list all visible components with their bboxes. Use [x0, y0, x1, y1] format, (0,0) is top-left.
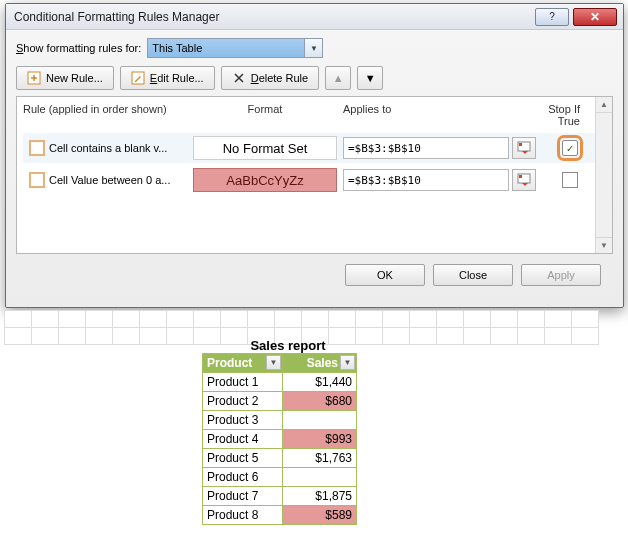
scope-select[interactable]: This Table ▼ [147, 38, 323, 58]
col-sales[interactable]: Sales ▼ [283, 354, 357, 373]
cell-product[interactable]: Product 7 [203, 487, 283, 506]
help-button[interactable]: ? [535, 8, 569, 26]
table-row[interactable]: Product 6 [203, 468, 357, 487]
cell[interactable] [275, 311, 302, 328]
cell[interactable] [5, 311, 32, 328]
range-picker-button[interactable] [512, 169, 536, 191]
cell-sales[interactable]: $1,763 [283, 449, 357, 468]
close-button[interactable]: Close [433, 264, 513, 286]
titlebar[interactable]: Conditional Formatting Rules Manager ? ✕ [6, 4, 623, 30]
stop-if-true-checkbox[interactable] [562, 172, 578, 188]
cell-product[interactable]: Product 6 [203, 468, 283, 487]
cell[interactable] [140, 311, 167, 328]
cell[interactable] [248, 311, 275, 328]
show-for-label: SShow formatting rules for:how formattin… [16, 42, 141, 54]
cell[interactable] [491, 311, 518, 328]
cell[interactable] [545, 328, 572, 345]
cell[interactable] [59, 311, 86, 328]
cell[interactable] [464, 328, 491, 345]
rule-icon [29, 140, 45, 156]
delete-rule-button[interactable]: Delete Rule Delete Rule [221, 66, 320, 90]
move-down-button[interactable]: ▼ [357, 66, 383, 90]
ok-button[interactable]: OK [345, 264, 425, 286]
cell[interactable] [167, 311, 194, 328]
svg-rect-5 [519, 175, 522, 178]
arrow-up-icon: ▲ [333, 72, 344, 84]
edit-rule-button[interactable]: Edit Rule... Edit Rule... [120, 66, 215, 90]
cell[interactable] [32, 311, 59, 328]
applies-to-input[interactable] [343, 169, 509, 191]
arrow-down-icon: ▼ [365, 72, 376, 84]
cell-sales[interactable] [283, 468, 357, 487]
sales-report: Sales report Product ▼ Sales ▼ Product 1… [202, 338, 374, 525]
cell-sales[interactable]: $1,875 [283, 487, 357, 506]
cell-sales[interactable] [283, 411, 357, 430]
cell-product[interactable]: Product 1 [203, 373, 283, 392]
cell-sales[interactable]: $680 [283, 392, 357, 411]
cell[interactable] [113, 328, 140, 345]
cell-sales[interactable]: $993 [283, 430, 357, 449]
move-up-button[interactable]: ▲ [325, 66, 351, 90]
dialog-title: Conditional Formatting Rules Manager [14, 10, 535, 24]
table-row[interactable]: Product 1$1,440 [203, 373, 357, 392]
cell[interactable] [59, 328, 86, 345]
table-row[interactable]: Product 3 [203, 411, 357, 430]
table-row[interactable]: Product 4$993 [203, 430, 357, 449]
cell[interactable] [32, 328, 59, 345]
cell-product[interactable]: Product 8 [203, 506, 283, 525]
cell[interactable] [5, 328, 32, 345]
cell[interactable] [221, 311, 248, 328]
toolbar: New Rule... Edit Rule... Edit Rule... De… [16, 66, 613, 90]
cell[interactable] [194, 311, 221, 328]
table-row[interactable]: Product 8$589 [203, 506, 357, 525]
rule-row[interactable]: Cell Value between 0 a...AaBbCcYyZz [23, 165, 606, 195]
cell[interactable] [113, 311, 140, 328]
cell[interactable] [383, 311, 410, 328]
rule-row[interactable]: Cell contains a blank v...No Format Set✓ [23, 133, 606, 163]
cell[interactable] [86, 311, 113, 328]
apply-button[interactable]: Apply [521, 264, 601, 286]
filter-icon[interactable]: ▼ [266, 355, 281, 370]
window-close-button[interactable]: ✕ [573, 8, 617, 26]
range-picker-button[interactable] [512, 137, 536, 159]
table-row[interactable]: Product 7$1,875 [203, 487, 357, 506]
new-rule-button[interactable]: New Rule... [16, 66, 114, 90]
cell-sales[interactable]: $1,440 [283, 373, 357, 392]
table-row[interactable]: Product 2$680 [203, 392, 357, 411]
cell[interactable] [437, 328, 464, 345]
cell-sales[interactable]: $589 [283, 506, 357, 525]
cell[interactable] [491, 328, 518, 345]
cell[interactable] [302, 311, 329, 328]
cell-product[interactable]: Product 5 [203, 449, 283, 468]
table-row[interactable]: Product 5$1,763 [203, 449, 357, 468]
cell-product[interactable]: Product 2 [203, 392, 283, 411]
cell[interactable] [572, 328, 599, 345]
cell[interactable] [86, 328, 113, 345]
rules-scrollbar[interactable]: ▲ ▼ [595, 97, 612, 253]
cell[interactable] [437, 311, 464, 328]
cell[interactable] [572, 311, 599, 328]
cell[interactable] [167, 328, 194, 345]
cell[interactable] [518, 328, 545, 345]
cell[interactable] [329, 311, 356, 328]
new-rule-icon [27, 71, 41, 85]
cell[interactable] [383, 328, 410, 345]
format-preview: AaBbCcYyZz [193, 168, 337, 192]
chevron-down-icon[interactable]: ▼ [304, 39, 322, 57]
col-product[interactable]: Product ▼ [203, 354, 283, 373]
filter-icon[interactable]: ▼ [340, 355, 355, 370]
cell[interactable] [410, 328, 437, 345]
col-format: Format [191, 103, 339, 127]
cell[interactable] [518, 311, 545, 328]
cell[interactable] [410, 311, 437, 328]
cell[interactable] [356, 311, 383, 328]
cell-product[interactable]: Product 4 [203, 430, 283, 449]
stop-if-true-checkbox[interactable]: ✓ [562, 140, 578, 156]
scroll-down-icon[interactable]: ▼ [596, 237, 612, 253]
cell[interactable] [464, 311, 491, 328]
cell[interactable] [545, 311, 572, 328]
applies-to-input[interactable] [343, 137, 509, 159]
scroll-up-icon[interactable]: ▲ [596, 97, 612, 113]
cell-product[interactable]: Product 3 [203, 411, 283, 430]
cell[interactable] [140, 328, 167, 345]
